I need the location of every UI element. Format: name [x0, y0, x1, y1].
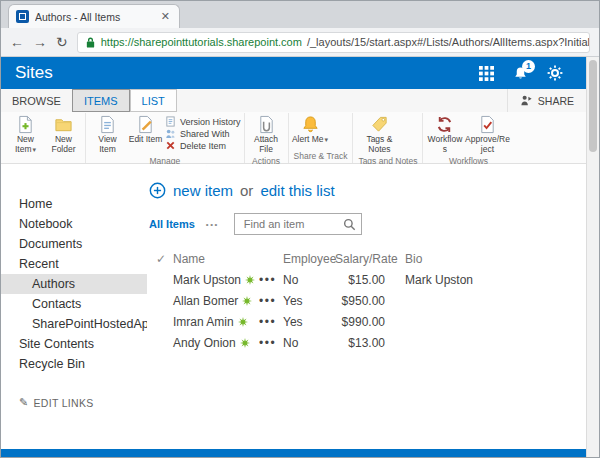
view-all-items-link[interactable]: All Items [149, 218, 195, 230]
sidebar-item-sharepointhostedapp[interactable]: SharePointHostedApp [1, 314, 147, 334]
tags-notes-button[interactable]: Tags & Notes [356, 113, 402, 155]
browser-tab[interactable]: Authors - All Items ✕ [8, 4, 180, 28]
new-item-badge-icon [242, 296, 252, 306]
left-nav: Home Notebook Documents Recent Authors C… [1, 164, 147, 449]
sidebar-item-documents[interactable]: Documents [1, 234, 147, 254]
refresh-icon[interactable]: ↻ [56, 35, 68, 49]
item-name: Andy Onion [173, 336, 236, 350]
workflows-label: Workflows [426, 135, 463, 155]
approve-reject-button[interactable]: Approve/Reject [464, 113, 510, 155]
column-header-name[interactable]: Name [173, 248, 259, 269]
tab-list[interactable]: LIST [130, 89, 177, 112]
version-history-label: Version History [180, 117, 241, 127]
notification-badge: 1 [522, 60, 535, 73]
shared-with-button[interactable]: Shared With [165, 128, 241, 139]
chevron-down-icon: ▾ [33, 146, 37, 153]
edit-item-button[interactable]: Edit Item [127, 113, 164, 145]
new-folder-button[interactable]: New Folder [45, 113, 82, 155]
delete-item-button[interactable]: Delete Item [165, 140, 241, 151]
view-item-button[interactable]: View Item [89, 113, 126, 155]
item-name-link[interactable]: Allan Bomer [173, 290, 259, 311]
browser-window: Authors - All Items ✕ ← → ↻ https://shar… [0, 0, 600, 458]
settings-button[interactable] [547, 65, 563, 81]
alert-me-button[interactable]: Alert Me▾ [292, 113, 329, 145]
view-ellipsis[interactable]: ••• [206, 220, 219, 229]
forward-icon[interactable]: → [33, 35, 47, 49]
sidebar-item-recycle-bin[interactable]: Recycle Bin [1, 354, 147, 374]
ribbon-group-workflows: Workflows Approve/Reject Workflows [423, 113, 513, 163]
cell-salary: $15.00 [333, 269, 391, 290]
attach-file-button[interactable]: Attach File [248, 113, 285, 155]
cell-employee: No [283, 332, 333, 353]
workflows-button[interactable]: Workflows [426, 113, 463, 155]
new-item-icon [16, 115, 35, 134]
cell-bio [391, 290, 586, 311]
suite-bar: Sites 1 [1, 57, 599, 89]
item-menu-ellipsis[interactable]: ••• [259, 332, 283, 353]
sidebar-item-recent[interactable]: Recent [1, 254, 147, 274]
ribbon-group-label-share-track: Share & Track [292, 150, 350, 163]
sidebar-item-authors[interactable]: Authors [1, 274, 147, 294]
column-header-employee[interactable]: Employee [283, 248, 333, 269]
cell-employee: Yes [283, 311, 333, 332]
item-name: Allan Bomer [173, 294, 238, 308]
or-text: or [240, 182, 253, 199]
browser-tab-bar: Authors - All Items ✕ [1, 1, 599, 28]
new-item-button[interactable]: New Item▾ [7, 113, 44, 155]
tab-items[interactable]: ITEMS [72, 89, 130, 112]
row-checkbox[interactable] [149, 269, 173, 290]
tab-close-icon[interactable]: ✕ [159, 10, 172, 23]
column-header-salary[interactable]: Salary/Rate [333, 248, 391, 269]
url-input[interactable]: https://sharepointtutorials.sharepoint.c… [77, 32, 590, 53]
cell-salary: $990.00 [333, 311, 391, 332]
new-item-badge-icon [238, 317, 248, 327]
shared-with-icon [165, 128, 176, 139]
item-name-link[interactable]: Andy Onion [173, 332, 259, 353]
address-bar: ← → ↻ https://sharepointtutorials.sharep… [1, 28, 599, 57]
select-all-checkbox[interactable]: ✓ [149, 248, 173, 269]
edit-list-link[interactable]: edit this list [260, 182, 334, 199]
tab-browse[interactable]: BROWSE [1, 89, 72, 112]
vertical-scrollbar[interactable] [586, 57, 599, 457]
item-menu-ellipsis[interactable]: ••• [259, 290, 283, 311]
notifications-button[interactable]: 1 [513, 66, 528, 81]
scrollbar-thumb[interactable] [589, 60, 597, 152]
back-icon[interactable]: ← [10, 35, 24, 49]
sidebar-item-home[interactable]: Home [1, 194, 147, 214]
new-item-link[interactable]: new item [173, 182, 233, 199]
edit-links-button[interactable]: ✎ EDIT LINKS [1, 396, 147, 409]
share-person-icon [520, 94, 533, 107]
items-table: ✓ Name Employee Salary/Rate Bio Mark Ups… [149, 248, 586, 353]
plus-circle-icon[interactable] [149, 182, 166, 199]
edit-item-label: Edit Item [129, 135, 163, 145]
attach-file-icon [257, 115, 276, 134]
column-header-bio[interactable]: Bio [391, 248, 586, 269]
item-name-link[interactable]: Mark Upston [173, 269, 259, 290]
delete-item-label: Delete Item [180, 141, 226, 151]
new-item-row: new item or edit this list [149, 182, 586, 199]
cell-bio [391, 332, 586, 353]
search-input[interactable] [242, 217, 343, 231]
row-checkbox[interactable] [149, 332, 173, 353]
ribbon-group-share-track: Alert Me▾ Share & Track [289, 113, 354, 163]
item-menu-ellipsis[interactable]: ••• [259, 269, 283, 290]
tab-title: Authors - All Items [35, 11, 153, 23]
sidebar-item-notebook[interactable]: Notebook [1, 214, 147, 234]
ribbon-group-new: New Item▾ New Folder [4, 113, 86, 163]
alert-me-label: Alert Me [292, 134, 324, 144]
search-icon[interactable] [343, 218, 356, 231]
app-launcher-button[interactable] [479, 66, 494, 81]
alert-me-bell-icon [301, 115, 320, 134]
item-name-link[interactable]: Imran Amin [173, 311, 259, 332]
sidebar-item-site-contents[interactable]: Site Contents [1, 334, 147, 354]
cell-employee: Yes [283, 290, 333, 311]
sidebar-item-contacts[interactable]: Contacts [1, 294, 147, 314]
waffle-icon [479, 66, 494, 81]
row-checkbox[interactable] [149, 290, 173, 311]
tags-notes-label: Tags & Notes [356, 135, 402, 155]
version-history-button[interactable]: Version History [165, 116, 241, 127]
row-checkbox[interactable] [149, 311, 173, 332]
new-item-badge-icon [245, 275, 255, 285]
share-button[interactable]: SHARE [507, 89, 586, 112]
item-menu-ellipsis[interactable]: ••• [259, 311, 283, 332]
